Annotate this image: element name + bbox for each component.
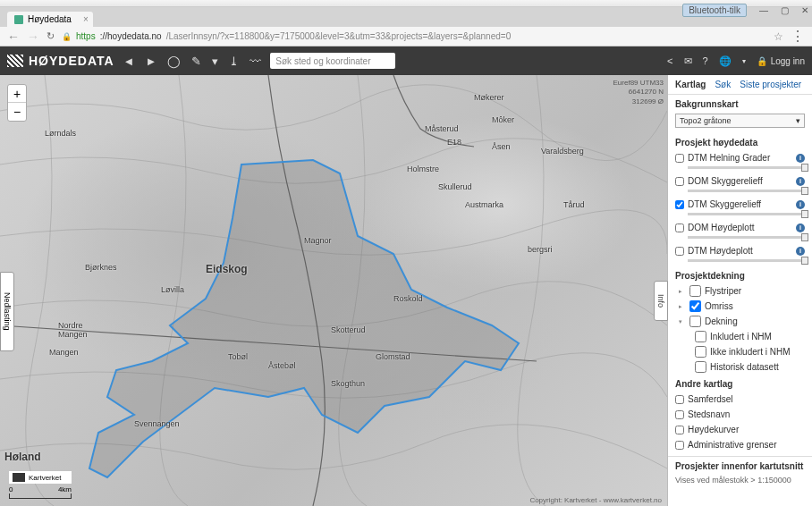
kartverket-logo-icon [13, 473, 25, 482]
info-icon[interactable]: i [796, 154, 805, 163]
slider-dom-hoyde[interactable] [688, 236, 805, 239]
bakgrunn-select[interactable]: Topo2 gråtone [675, 114, 805, 128]
place-lorndals: Lørndals [45, 129, 76, 138]
place-masterud: Måsterud [425, 124, 459, 133]
checkbox-historisk[interactable] [695, 361, 706, 373]
place-holand: Høland [4, 451, 41, 463]
layer-dtm-skygge: DTM Skyggerelieffi [668, 197, 812, 212]
checkbox-ikke-inkludert[interactable] [695, 346, 706, 358]
checkbox-samferdsel[interactable] [675, 395, 684, 404]
mail-icon[interactable]: ✉ [684, 55, 692, 67]
place-skogthun: Skogthun [331, 379, 365, 388]
slider-handle[interactable] [801, 233, 808, 241]
slider-dtm-helning[interactable] [688, 166, 805, 169]
info-tab[interactable]: Info [654, 281, 668, 321]
slider-handle[interactable] [801, 257, 808, 265]
checkbox-admin[interactable] [675, 441, 684, 450]
tab-kartlag[interactable]: Kartlag [675, 80, 706, 89]
back-button[interactable]: ← [7, 30, 20, 44]
tool-prev-icon[interactable]: ◄ [123, 55, 135, 68]
tool-next-icon[interactable]: ► [145, 55, 156, 68]
minimize-icon[interactable]: — [759, 5, 768, 15]
chevron-down-icon[interactable]: ▾ [679, 318, 686, 325]
checkbox-dtm-skygge[interactable] [675, 200, 684, 209]
layer-dom-hoyde: DOM Høydeplotti [668, 220, 812, 235]
tree-flystriper: ▸Flystriper [668, 283, 812, 299]
tree-historisk: Historisk datasett [668, 359, 812, 375]
share-icon[interactable]: < [667, 55, 672, 66]
checkbox-dom-hoyde[interactable] [675, 223, 684, 232]
header-right: < ✉ ? 🌐 ▾ 🔒 Logg inn [667, 55, 805, 67]
url-host: ://hoydedata.no [100, 31, 162, 41]
checkbox-omriss[interactable] [689, 300, 701, 312]
info-icon[interactable]: i [796, 200, 805, 209]
window-controls: Bluetooth-tilk — ▢ ✕ [682, 4, 808, 17]
app-header: HØYDEDATA ◄ ► ◯ ✎ ▾ ⤓ 〰 Søk sted og koor… [0, 46, 812, 75]
zoom-in-button[interactable]: + [8, 85, 26, 103]
label-omriss: Omriss [705, 301, 733, 311]
label-dom-skygge: DOM Skyggerelieff [688, 176, 792, 186]
checkbox-dtm-helning[interactable] [675, 154, 684, 163]
sidebar-tabs: Kartlag Søk Siste prosjekter [668, 75, 812, 95]
tab-sok[interactable]: Søk [715, 80, 731, 89]
andre-title: Andre kartlag [668, 375, 812, 392]
search-input[interactable]: Søk sted og koordinater [270, 53, 395, 69]
close-icon[interactable]: ✕ [801, 5, 808, 15]
scale-end: 4km [58, 485, 72, 493]
slider-dom-skygge[interactable] [688, 190, 805, 192]
checkbox-flystriper[interactable] [689, 285, 701, 297]
info-icon[interactable]: i [796, 247, 805, 256]
label-dekning: Dekning [705, 316, 738, 326]
zoom-out-button[interactable]: − [8, 103, 26, 121]
place-skotterud: Skotterud [331, 325, 366, 334]
layer-dtm-helning: DTM Helning Graderi [668, 150, 812, 165]
slider-handle[interactable] [801, 187, 808, 195]
attribution: Kartverket 0 4km [9, 471, 72, 499]
checkbox-dom-skygge[interactable] [675, 177, 684, 186]
slider-handle[interactable] [801, 210, 808, 218]
toolbar: ◄ ► ◯ ✎ ▾ ⤓ 〰 [123, 55, 262, 68]
checkbox-dtm-hoyde[interactable] [675, 247, 684, 256]
prosjekt-title: Prosjekt høydedata [668, 133, 812, 150]
map-canvas[interactable]: Eidskog Høland E18 Skotterud Magnor Bjør… [0, 75, 667, 506]
browser-tab[interactable]: Høydedata × [7, 12, 93, 27]
brand-logo[interactable]: HØYDEDATA [7, 54, 114, 68]
chevron-right-icon[interactable]: ▸ [679, 303, 686, 310]
globe-dropdown-icon[interactable]: ▾ [742, 57, 746, 65]
checkbox-hoydekurver[interactable] [675, 426, 684, 434]
globe-icon[interactable]: 🌐 [719, 55, 732, 67]
tool-edit-icon[interactable]: ✎ [191, 55, 201, 68]
tool-profile-icon[interactable]: 〰 [250, 55, 261, 68]
reload-button[interactable]: ↻ [47, 30, 55, 42]
slider-dtm-hoyde[interactable] [688, 259, 805, 262]
bakgrunn-value: Topo2 gråtone [680, 116, 732, 125]
browser-menu-icon[interactable]: ⋮ [791, 28, 805, 45]
tool-download-icon[interactable]: ⤓ [229, 55, 239, 68]
tree-dekning: ▾Dekning [668, 314, 812, 329]
dekning-title: Prosjektdekning [668, 266, 812, 283]
checkbox-dekning[interactable] [689, 316, 701, 327]
tab-siste[interactable]: Siste prosjekter [740, 80, 801, 89]
brand-text: HØYDEDATA [29, 54, 114, 68]
maximize-icon[interactable]: ▢ [781, 5, 789, 15]
download-tab[interactable]: Nedlasting [0, 272, 14, 351]
chevron-right-icon[interactable]: ▸ [679, 288, 686, 295]
checkbox-stedsnavn[interactable] [675, 410, 684, 419]
url-field[interactable]: 🔒 https://hoydedata.no/LaserInnsyn/?x=11… [62, 31, 766, 41]
place-glomstad: Glomstad [376, 352, 410, 361]
login-button[interactable]: 🔒 Logg inn [757, 56, 805, 66]
place-makerer: Møkerer [474, 93, 504, 102]
slider-handle[interactable] [801, 164, 808, 172]
tool-circle-icon[interactable]: ◯ [167, 55, 181, 68]
info-icon[interactable]: i [796, 177, 805, 186]
place-holmstre: Holmstre [407, 164, 439, 173]
info-icon[interactable]: i [796, 223, 805, 232]
tree-ikke-inkludert: Ikke inkludert i NHM [668, 344, 812, 359]
help-icon[interactable]: ? [703, 55, 708, 66]
bookmark-icon[interactable]: ☆ [774, 30, 783, 43]
slider-dtm-skygge[interactable] [688, 213, 805, 215]
label-flystriper: Flystriper [705, 286, 741, 296]
tool-dropdown-icon[interactable]: ▾ [212, 55, 218, 68]
checkbox-inkludert[interactable] [695, 331, 706, 342]
tab-close-icon[interactable]: × [83, 14, 89, 24]
